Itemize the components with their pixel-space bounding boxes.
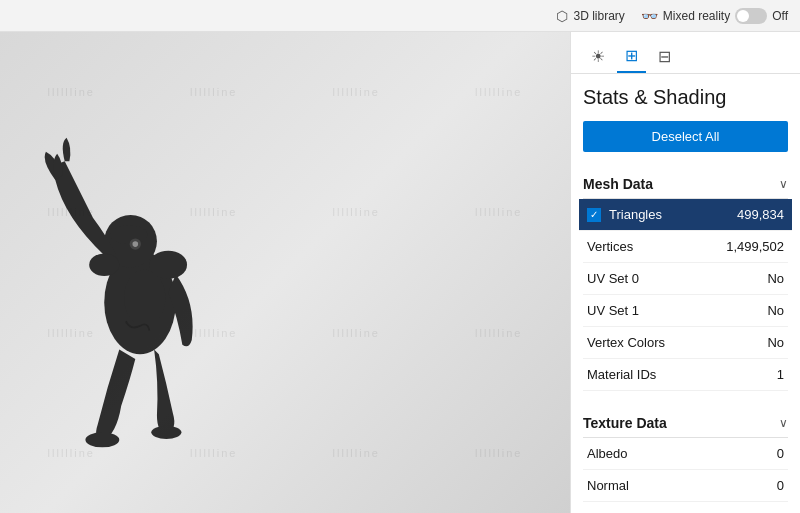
material-ids-label: Material IDs xyxy=(587,367,656,382)
vertices-row[interactable]: Vertices 1,499,502 xyxy=(583,231,788,263)
panel-title: Stats & Shading xyxy=(583,86,788,109)
3d-library-item[interactable]: ⬡ 3D library xyxy=(556,8,624,24)
normal-value: 0 xyxy=(777,478,784,493)
mixed-reality-toggle[interactable] xyxy=(735,8,767,24)
toggle-thumb xyxy=(737,10,749,22)
right-panel: ☀ ⊞ ⊟ Stats & Shading Deselect All Mesh … xyxy=(570,32,800,513)
3d-library-icon: ⬡ xyxy=(556,8,568,24)
tab-sun[interactable]: ☀ xyxy=(583,41,613,72)
vertices-label: Vertices xyxy=(587,239,633,254)
uv-set-1-row[interactable]: UV Set 1 No xyxy=(583,295,788,327)
watermark-cell: lllllline xyxy=(285,393,428,513)
model-silhouette xyxy=(40,133,240,453)
panel-tabs: ☀ ⊞ ⊟ xyxy=(571,32,800,74)
deselect-all-button[interactable]: Deselect All xyxy=(583,121,788,152)
3d-library-label: 3D library xyxy=(573,9,624,23)
triangles-row[interactable]: ✓ Triangles 499,834 xyxy=(579,199,792,231)
toggle-track xyxy=(735,8,767,24)
watermark-cell: lllllline xyxy=(428,152,571,272)
vertex-colors-row[interactable]: Vertex Colors No xyxy=(583,327,788,359)
texture-data-title: Texture Data xyxy=(583,415,667,431)
mixed-reality-label: Mixed reality xyxy=(663,9,730,23)
watermark-cell: lllllline xyxy=(428,273,571,393)
vertices-value: 1,499,502 xyxy=(726,239,784,254)
uv-set-1-value: No xyxy=(767,303,784,318)
uv-set-0-label: UV Set 0 xyxy=(587,271,639,286)
toggle-off-label: Off xyxy=(772,9,788,23)
uv-set-1-left: UV Set 1 xyxy=(587,303,639,318)
uv-set-0-value: No xyxy=(767,271,784,286)
normal-left: Normal xyxy=(587,478,629,493)
svg-point-2 xyxy=(85,432,119,447)
svg-point-4 xyxy=(124,269,165,325)
svg-point-7 xyxy=(132,241,138,247)
uv-set-0-row[interactable]: UV Set 0 No xyxy=(583,263,788,295)
mesh-data-chevron: ∨ xyxy=(779,177,788,191)
vertex-colors-value: No xyxy=(767,335,784,350)
main-content: lllllline lllllline lllllline lllllline … xyxy=(0,32,800,513)
albedo-value: 0 xyxy=(777,446,784,461)
svg-point-3 xyxy=(151,426,181,439)
mixed-reality-item[interactable]: 👓 Mixed reality Off xyxy=(641,8,788,24)
texture-data-header[interactable]: Texture Data ∨ xyxy=(583,407,788,438)
svg-point-9 xyxy=(89,253,119,276)
material-ids-value: 1 xyxy=(777,367,784,382)
vertex-colors-label: Vertex Colors xyxy=(587,335,665,350)
panel-content: Stats & Shading Deselect All Mesh Data ∨… xyxy=(571,74,800,513)
svg-point-5 xyxy=(110,225,148,244)
albedo-label: Albedo xyxy=(587,446,627,461)
vertices-row-left: Vertices xyxy=(587,239,633,254)
watermark-cell: lllllline xyxy=(285,152,428,272)
triangles-checkbox[interactable]: ✓ xyxy=(587,208,601,222)
mixed-reality-icon: 👓 xyxy=(641,8,658,24)
albedo-left: Albedo xyxy=(587,446,627,461)
texture-data-chevron: ∨ xyxy=(779,416,788,430)
svg-point-8 xyxy=(149,251,187,279)
watermark-cell: lllllline xyxy=(428,32,571,152)
normal-row[interactable]: Normal 0 xyxy=(583,470,788,502)
mesh-data-header[interactable]: Mesh Data ∨ xyxy=(583,168,788,199)
uv-set-1-label: UV Set 1 xyxy=(587,303,639,318)
uv-set-0-left: UV Set 0 xyxy=(587,271,639,286)
albedo-row[interactable]: Albedo 0 xyxy=(583,438,788,470)
material-ids-row[interactable]: Material IDs 1 xyxy=(583,359,788,391)
tab-grid[interactable]: ⊟ xyxy=(650,41,679,72)
triangles-label: Triangles xyxy=(609,207,662,222)
mesh-data-title: Mesh Data xyxy=(583,176,653,192)
normal-label: Normal xyxy=(587,478,629,493)
top-bar: ⬡ 3D library 👓 Mixed reality Off xyxy=(0,0,800,32)
vertex-colors-left: Vertex Colors xyxy=(587,335,665,350)
triangles-value: 499,834 xyxy=(737,207,784,222)
texture-data-section: Texture Data ∨ Albedo 0 Normal 0 xyxy=(583,407,788,502)
triangles-row-left: ✓ Triangles xyxy=(587,207,662,222)
watermark-cell: lllllline xyxy=(285,273,428,393)
mesh-data-section: Mesh Data ∨ ✓ Triangles 499,834 Vertices xyxy=(583,168,788,391)
material-ids-left: Material IDs xyxy=(587,367,656,382)
tab-screen[interactable]: ⊞ xyxy=(617,40,646,73)
watermark-cell: lllllline xyxy=(428,393,571,513)
viewport[interactable]: lllllline lllllline lllllline lllllline … xyxy=(0,32,570,513)
watermark-cell: lllllline xyxy=(285,32,428,152)
